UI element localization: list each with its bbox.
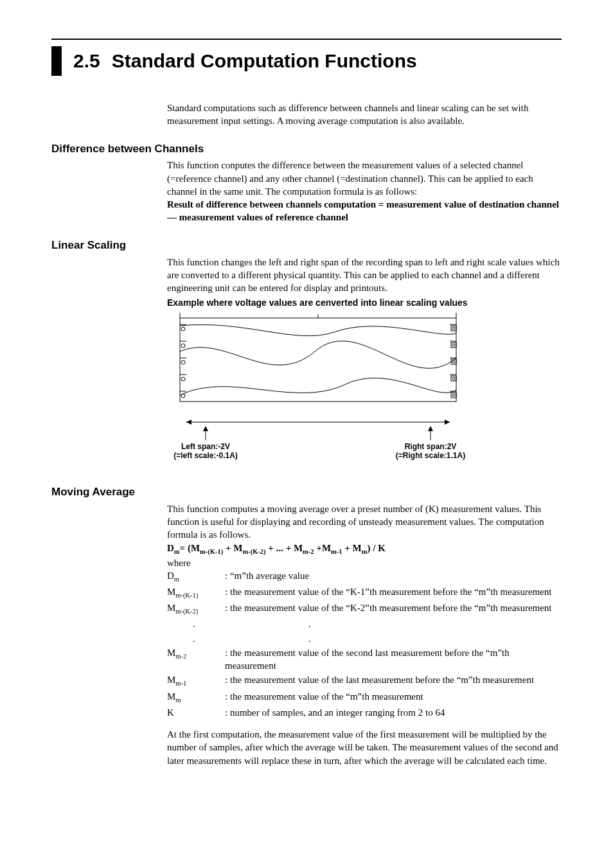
- def-desc: : the measurement value of the second la…: [225, 646, 562, 673]
- linear-example-caption: Example where voltage values are cenvert…: [167, 297, 562, 309]
- def-term: Mm-2: [167, 646, 225, 661]
- intro-paragraph: Standard computations such as difference…: [167, 102, 562, 128]
- def-row: Mm-(K-1) : the measurement value of the …: [167, 585, 562, 600]
- svg-point-19: [452, 344, 455, 346]
- svg-point-9: [181, 360, 185, 364]
- svg-point-28: [452, 394, 455, 396]
- linear-scaling-svg: Left span:-2V (=left scale:-0.1A) Right …: [167, 313, 469, 467]
- def-term: Mm-(K-2): [167, 601, 225, 616]
- fig-left-scale: (=left scale:-0.1A): [173, 451, 238, 460]
- def-row: K : number of samples, and an integer ra…: [167, 706, 562, 719]
- def-term: Mm: [167, 690, 225, 705]
- linear-figure: Left span:-2V (=left scale:-0.1A) Right …: [167, 313, 562, 471]
- svg-point-5: [181, 327, 185, 331]
- svg-rect-27: [451, 393, 456, 398]
- def-desc: : number of samples, and an integer rang…: [225, 706, 562, 719]
- diff-body: This function conputes the difference be…: [167, 159, 562, 198]
- fig-left-span: Left span:-2V: [181, 442, 230, 451]
- def-desc: : the measurement value of the “m”th mea…: [225, 690, 562, 703]
- moving-formula: Dm= (Mm-(K-1) + Mm-(K-2) + ... + Mm-2 +M…: [167, 542, 562, 556]
- def-row: Mm-2 : the measurement value of the seco…: [167, 646, 562, 673]
- diff-formula: Result of difference between channels co…: [167, 198, 562, 224]
- linear-body: This function changes the left and right…: [167, 256, 562, 295]
- svg-rect-24: [451, 376, 456, 381]
- svg-rect-0: [180, 318, 456, 402]
- def-row: Mm-1 : the measurement value of the last…: [167, 673, 562, 688]
- dots-row: . .: [193, 617, 562, 630]
- heading-diff: Difference between Channels: [51, 142, 562, 157]
- moving-body: This function computes a moving average …: [167, 502, 562, 542]
- moving-defs: Dm : “m”th average value Mm-(K-1) : the …: [167, 569, 562, 719]
- title-number: 2.5: [73, 48, 100, 75]
- def-row: Dm : “m”th average value: [167, 569, 562, 584]
- svg-marker-30: [186, 420, 191, 425]
- moving-where: where: [167, 556, 562, 569]
- def-row: Mm : the measurement value of the “m”th …: [167, 690, 562, 705]
- dots-row: . .: [193, 632, 562, 645]
- title-block-icon: [51, 46, 62, 76]
- top-rule: [51, 39, 562, 40]
- svg-marker-33: [203, 426, 208, 431]
- def-desc: : the measurement value of the “K-1”th m…: [225, 585, 562, 598]
- fig-right-span: Right span:2V: [405, 442, 457, 451]
- title-text: Standard Computation Functions: [112, 48, 417, 75]
- def-term: Dm: [167, 569, 225, 584]
- svg-rect-18: [451, 342, 456, 348]
- def-desc: : the measurement value of the “K-2”th m…: [225, 601, 562, 614]
- svg-point-7: [181, 344, 185, 348]
- fig-right-scale: (=Right scale:1.1A): [396, 451, 465, 460]
- svg-marker-35: [428, 426, 433, 431]
- heading-linear: Linear Scaling: [51, 238, 562, 253]
- def-term: K: [167, 706, 225, 719]
- moving-trailer: At the first computation, the measuremen…: [167, 728, 562, 767]
- heading-moving: Moving Average: [51, 485, 562, 500]
- def-desc: : the measurement value of the last meas…: [225, 673, 562, 686]
- svg-point-16: [452, 327, 455, 330]
- svg-marker-31: [445, 420, 450, 425]
- svg-rect-15: [451, 326, 456, 331]
- section-title: 2.5 Standard Computation Functions: [51, 46, 562, 76]
- def-term: Mm-(K-1): [167, 585, 225, 600]
- svg-point-25: [452, 377, 455, 380]
- def-row: Mm-(K-2) : the measurement value of the …: [167, 601, 562, 616]
- def-desc: : “m”th average value: [225, 569, 562, 582]
- def-term: Mm-1: [167, 673, 225, 688]
- svg-point-11: [181, 377, 185, 381]
